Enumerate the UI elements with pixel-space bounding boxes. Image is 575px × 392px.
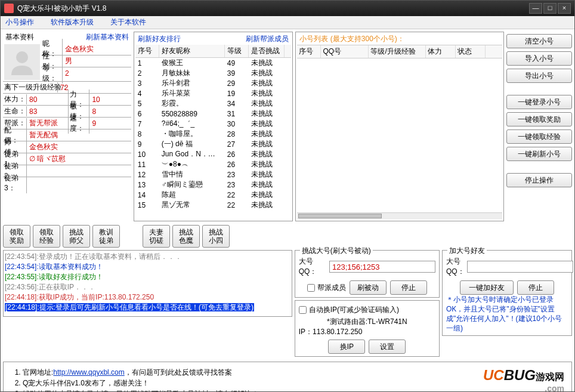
accounts-header: 小号列表 (最大支持300个小号)：: [297, 33, 502, 45]
add-friend-tip: ＊小号加大号时请确定小号已登录OK，并且大号已将"身份验证"设置成"允许任何人加…: [446, 295, 568, 333]
app-icon: [4, 4, 14, 13]
couple-spar-button[interactable]: 夫妻切磋: [143, 225, 170, 248]
log-selected: [22:44:18]:提示:登录后可先刷新小号信息看看小号是否在线！(可免去重复…: [5, 303, 254, 311]
ip-group: 自动换IP(可减少验证码输入) *测试路由器:TL-WR741N IP：113.…: [295, 300, 440, 357]
add-friend-button[interactable]: 一键加好友: [460, 280, 514, 295]
friend-row[interactable]: 655082888931未挑战: [135, 109, 292, 119]
challenge-stop-button[interactable]: 停止: [390, 280, 427, 295]
menu-upgrade[interactable]: 软件版本升级: [51, 17, 94, 27]
friend-row[interactable]: 14陈超22未挑战: [135, 190, 292, 200]
footer: 官网地址:http://www.qqyxbl.com，有问题可到此处反馈或寻找答…: [3, 362, 572, 392]
basic-header: 基本资料: [3, 32, 36, 43]
change-ip-button[interactable]: 换IP: [328, 339, 365, 354]
friend-row[interactable]: 4乐斗菜菜19未挑战: [135, 88, 292, 98]
menu-small-ops[interactable]: 小号操作: [5, 17, 34, 27]
collect-reward-button[interactable]: 一键领取奖励: [506, 112, 572, 126]
friend-row[interactable]: 8・咖啡屋。28未挑战: [135, 129, 292, 139]
official-url[interactable]: http://www.qqyxbl.com: [53, 368, 124, 376]
svg-point-0: [16, 51, 28, 63]
refresh-accounts-button[interactable]: 一键刷新小号: [506, 147, 572, 161]
ip-value: 113.80.172.250: [313, 328, 362, 336]
main-qq-input[interactable]: [329, 261, 435, 273]
friend-qq-input[interactable]: [467, 261, 573, 273]
minimize-button[interactable]: —: [529, 3, 542, 14]
close-button[interactable]: ×: [558, 3, 571, 14]
friend-row[interactable]: 11︶●8●︵26未挑战: [135, 159, 292, 169]
refresh-basic-link[interactable]: 刷新基本资料: [84, 32, 131, 43]
friend-row[interactable]: 13♂瞬间ミ鎏戀23未挑战: [135, 180, 292, 190]
menubar: 小号操作 软件版本升级 关于本软件: [1, 16, 574, 29]
accounts-scrollbar[interactable]: [297, 212, 502, 220]
friends-panel: 刷新好友排行 刷新帮派成员 序号 好友昵称 等级 是否挑战 1俊猴王49未挑战2…: [134, 32, 293, 221]
challenge-xiaosi-button[interactable]: 挑战小四: [202, 225, 230, 248]
friend-row[interactable]: 9(一) dē 福27未挑战: [135, 139, 292, 149]
friend-row[interactable]: 2月敏妹妹39未挑战: [135, 68, 292, 78]
add-friend-group: 加大号好友 大号QQ： 一键加好友 停止 ＊小号加大号时请确定小号已登录OK，并…: [442, 250, 572, 336]
exp-button[interactable]: 领取经验: [33, 225, 60, 248]
friends-table[interactable]: 序号 好友昵称 等级 是否挑战 1俊猴王49未挑战2月敏妹妹39未挑战3乐斗剑君…: [135, 45, 292, 209]
accounts-list[interactable]: [297, 58, 502, 212]
friend-row[interactable]: 5彩霞。34未挑战: [135, 98, 292, 109]
action-buttons: 领取奖励 领取经验 挑战师父 教训徒弟 夫妻切磋 挑战色魔 挑战小四: [3, 225, 572, 248]
refresh-gang-link[interactable]: 刷新帮派成员: [243, 33, 291, 45]
friend-row[interactable]: 3乐斗剑君29未挑战: [135, 78, 292, 88]
friend-row[interactable]: 7?#64;_゛_30未挑战: [135, 119, 292, 129]
clear-accounts-button[interactable]: 清空小号: [506, 34, 572, 48]
login-all-button[interactable]: 一键登录小号: [506, 95, 572, 109]
basic-info-panel: 基本资料 刷新基本资料 昵称：金色秋实 性别：男 等级：2 离下一级升级经验：7…: [3, 32, 131, 221]
reward-button[interactable]: 领取奖励: [3, 225, 30, 248]
friend-row[interactable]: 12雪中情23未挑战: [135, 169, 292, 180]
refresh-friends-link[interactable]: 刷新好友排行: [135, 33, 183, 45]
ip-settings-button[interactable]: 设置: [369, 339, 406, 354]
challenge-semo-button[interactable]: 挑战色魔: [172, 225, 200, 248]
import-accounts-button[interactable]: 导入小号: [506, 51, 572, 66]
collect-exp-button[interactable]: 一键领取经验: [506, 129, 572, 144]
challenge-group: 挑战大号(刷大号被动) 大号QQ： 帮派成员 刷被动 停止: [295, 250, 440, 298]
accounts-panel: 小号列表 (最大支持300个小号)： 序号 QQ号 等级/升级经验 体力 状态: [295, 32, 504, 221]
ucbug-logo: UCBUG游戏网 .com: [445, 367, 564, 392]
challenge-master-button[interactable]: 挑战师父: [63, 225, 90, 248]
avatar: [4, 44, 40, 80]
maximize-button[interactable]: □: [543, 3, 557, 14]
add-friend-stop-button[interactable]: 停止: [517, 280, 554, 295]
titlebar: Q宠大乐斗Ⅰ被动小助手 V1.8 — □ ×: [1, 1, 574, 16]
friend-row[interactable]: 15黑ゾ无常22未挑战: [135, 200, 292, 209]
friend-row[interactable]: 1俊猴王49未挑战: [135, 58, 292, 68]
gang-member-checkbox[interactable]: 帮派成员: [307, 282, 346, 293]
menu-about[interactable]: 关于本软件: [110, 17, 146, 27]
export-accounts-button[interactable]: 导出小号: [506, 69, 572, 83]
nick-value: 金色秋实: [63, 44, 96, 54]
window-title: Q宠大乐斗Ⅰ被动小助手 V1.8: [17, 4, 529, 14]
log-panel[interactable]: [22:43:54]:登录成功！正在读取基本资料，请稍后．．． [22:43:5…: [3, 250, 292, 317]
brush-passive-button[interactable]: 刷被动: [350, 280, 387, 295]
auto-ip-checkbox[interactable]: 自动换IP(可减少验证码输入): [299, 305, 435, 315]
friend-row[interactable]: 10Jun God．N．…26未挑战: [135, 149, 292, 159]
teach-disciple-button[interactable]: 教训徒弟: [92, 225, 120, 248]
stop-button[interactable]: 停止操作: [506, 173, 572, 187]
side-buttons: 清空小号 导入小号 导出小号 一键登录小号 一键领取奖励 一键领取经验 一键刷新…: [506, 32, 572, 221]
